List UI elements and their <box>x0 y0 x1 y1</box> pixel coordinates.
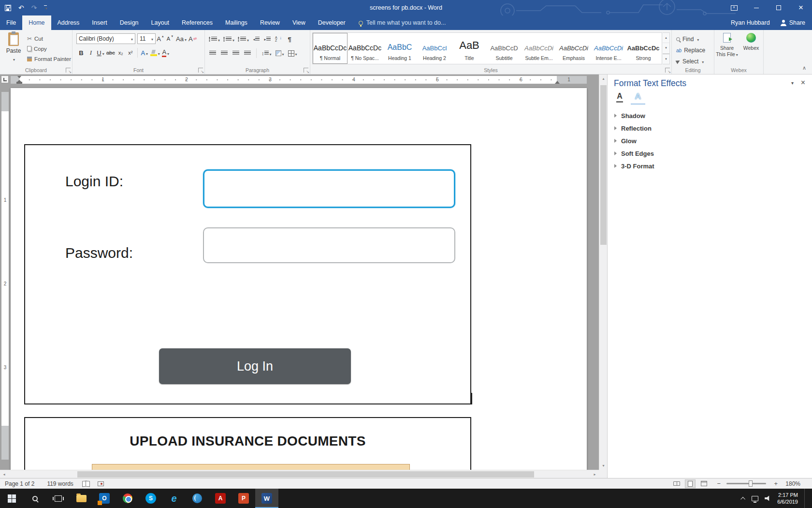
outlook-button[interactable]: O <box>93 489 116 508</box>
horizontal-ruler[interactable]: 1 2 3 4 5 6 1 <box>0 75 599 85</box>
save-icon[interactable] <box>5 5 11 11</box>
show-desktop-button[interactable] <box>804 489 806 508</box>
task-pane-close-icon[interactable]: × <box>801 78 805 87</box>
tab-insert[interactable]: Insert <box>86 15 113 30</box>
signed-in-user[interactable]: Ryan Hubbard <box>731 19 770 26</box>
dialog-launcher-icon[interactable] <box>304 68 308 73</box>
log-in-button[interactable]: Log In <box>159 348 351 384</box>
zoom-out-button[interactable]: − <box>716 480 722 487</box>
maximize-button[interactable] <box>768 0 790 15</box>
upload-dropzone[interactable] <box>92 464 410 470</box>
tab-developer[interactable]: Developer <box>312 15 352 30</box>
word-count[interactable]: 119 words <box>47 480 73 487</box>
scroll-down-icon[interactable]: ▾ <box>599 462 608 470</box>
webex-button[interactable]: Webex <box>740 33 763 68</box>
dialog-launcher-icon[interactable] <box>198 68 203 73</box>
tab-view[interactable]: View <box>286 15 312 30</box>
font-size-select[interactable]: 11 <box>137 33 156 44</box>
text-effects-button[interactable]: A <box>140 47 149 58</box>
superscript-button[interactable]: x² <box>126 47 135 58</box>
font-color-button[interactable]: A <box>161 47 171 58</box>
dialog-launcher-icon[interactable] <box>665 68 670 73</box>
scroll-up-icon[interactable]: ▴ <box>599 75 608 83</box>
style-chip-strong[interactable]: AaBbCcDcStrong <box>626 33 661 64</box>
word-taskbar-button[interactable]: W <box>255 489 278 508</box>
taskbar-search-button[interactable] <box>23 489 46 508</box>
taskbar-clock[interactable]: 2:17 PM 6/6/2019 <box>777 492 798 506</box>
replace-button[interactable]: ab Replace <box>676 45 705 55</box>
multilevel-list-button[interactable] <box>237 34 250 45</box>
style-chip-subtitle[interactable]: AaBbCcDSubtitle <box>487 33 522 64</box>
shading-button[interactable] <box>275 48 285 59</box>
print-layout-button[interactable] <box>685 479 696 488</box>
show-formatting-marks-button[interactable]: ¶ <box>285 34 294 45</box>
password-input[interactable] <box>203 227 455 263</box>
document-page[interactable]: Login ID: Password: Log In UPLOAD INSURA… <box>11 88 587 470</box>
zoom-in-button[interactable]: + <box>773 480 779 487</box>
styles-scroll-down-icon[interactable]: ▾ <box>663 43 669 53</box>
horizontal-scrollbar[interactable]: ◂ ▸ <box>0 470 599 478</box>
text-fill-outline-tab[interactable]: A <box>612 90 627 105</box>
section-3d-format[interactable]: 3-D Format <box>608 160 812 172</box>
increase-indent-button[interactable]: ▸ <box>262 34 272 45</box>
subscript-button[interactable]: x₂ <box>116 47 126 58</box>
borders-button[interactable] <box>287 48 298 59</box>
tab-references[interactable]: References <box>175 15 219 30</box>
task-view-button[interactable] <box>46 489 70 508</box>
acrobat-button[interactable]: A <box>209 489 232 508</box>
style-chip-normal[interactable]: AaBbCcDc¶ Normal <box>313 33 348 64</box>
style-chip-heading2[interactable]: AaBbCclHeading 2 <box>417 33 452 64</box>
scroll-right-icon[interactable]: ▸ <box>591 470 599 478</box>
italic-button[interactable]: I <box>86 47 96 58</box>
left-indent-marker[interactable] <box>16 82 22 84</box>
skype-button[interactable]: S <box>139 489 162 508</box>
highlight-color-button[interactable] <box>149 47 161 58</box>
undo-icon[interactable]: ↶ <box>18 4 24 12</box>
styles-gallery-more-icon[interactable]: ▾ <box>663 54 669 64</box>
find-button[interactable]: Find <box>676 34 699 44</box>
cut-button[interactable]: ✂ Cut <box>27 33 71 44</box>
read-mode-button[interactable] <box>671 479 682 488</box>
text-effects-tab[interactable]: A <box>631 90 645 105</box>
align-right-button[interactable] <box>231 48 241 59</box>
share-button[interactable]: Share <box>781 19 805 26</box>
font-name-select[interactable]: Calibri (Body) <box>76 33 135 44</box>
change-case-button[interactable]: Aa <box>175 33 188 44</box>
bold-button[interactable]: B <box>76 47 86 58</box>
vertical-ruler[interactable]: 1 2 3 <box>0 85 10 470</box>
close-button[interactable]: × <box>790 0 812 15</box>
macro-record-icon[interactable] <box>98 481 104 486</box>
style-chip-emphasis[interactable]: AaBbCcDiEmphasis <box>556 33 591 64</box>
style-chip-heading1[interactable]: AaBbCHeading 1 <box>382 33 417 64</box>
start-button[interactable] <box>0 489 23 508</box>
align-center-button[interactable] <box>219 48 229 59</box>
web-layout-button[interactable] <box>698 479 709 488</box>
powerpoint-button[interactable]: P <box>232 489 255 508</box>
collapse-ribbon-icon[interactable]: ∧ <box>802 65 806 71</box>
tab-layout[interactable]: Layout <box>145 15 176 30</box>
justify-button[interactable] <box>243 48 252 59</box>
tab-home[interactable]: Home <box>22 15 51 30</box>
tab-review[interactable]: Review <box>254 15 286 30</box>
zoom-slider-thumb[interactable] <box>749 480 753 487</box>
section-glow[interactable]: Glow <box>608 134 812 147</box>
horizontal-scroll-thumb[interactable] <box>77 471 534 478</box>
zoom-slider[interactable] <box>726 483 766 484</box>
task-pane-menu-icon[interactable]: ▾ <box>791 80 794 86</box>
format-painter-button[interactable]: Format Painter <box>27 54 71 64</box>
grow-font-button[interactable]: A▲ <box>156 33 165 44</box>
volume-icon[interactable] <box>765 495 771 501</box>
styles-scroll-up-icon[interactable]: ▴ <box>663 33 669 43</box>
tray-expand-icon[interactable] <box>740 496 745 501</box>
tab-address[interactable]: Address <box>51 15 86 30</box>
style-chip-no-spacing[interactable]: AaBbCcDc¶ No Spac... <box>348 33 382 64</box>
style-chip-intense-emphasis[interactable]: AaBbCcDiIntense E... <box>591 33 626 64</box>
underline-button[interactable]: U <box>96 47 105 58</box>
tab-mailings[interactable]: Mailings <box>219 15 254 30</box>
ribbon-display-options-button[interactable] <box>723 0 745 15</box>
section-soft-edges[interactable]: Soft Edges <box>608 147 812 160</box>
right-indent-marker[interactable] <box>555 81 560 84</box>
bullets-button[interactable] <box>208 34 221 45</box>
file-explorer-button[interactable] <box>70 489 93 508</box>
share-this-file-button[interactable]: Share This File <box>715 33 739 68</box>
